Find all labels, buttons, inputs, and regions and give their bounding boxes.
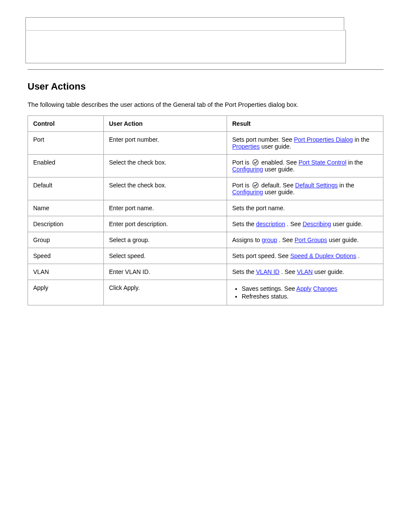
top-table-stack — [25, 17, 383, 63]
cell-result: Sets port speed. See Speed & Duplex Opti… — [227, 248, 383, 264]
cell-control: VLAN — [28, 264, 104, 280]
result-text: in the — [339, 182, 354, 189]
result-text: Sets port speed. See — [232, 252, 290, 259]
cell-result: Sets the description . See Describing us… — [227, 216, 383, 232]
table-header-row: Control User Action Result — [28, 115, 383, 131]
result-text: Assigns to — [232, 236, 262, 243]
check-circle-icon — [252, 159, 259, 166]
table-row: Description Enter port description. Sets… — [28, 216, 383, 232]
result-link[interactable]: description — [256, 221, 285, 227]
result-link[interactable]: Apply — [296, 285, 311, 292]
result-link[interactable]: Port State Control — [299, 159, 346, 166]
top-table-upper — [25, 17, 344, 31]
cell-result: Port is default. See Default Settings in… — [227, 177, 383, 200]
result-link[interactable]: Configuring — [232, 166, 263, 173]
table-row: Name Enter port name. Sets the port name… — [28, 200, 383, 216]
table-row: Enabled Select the check box. Port is en… — [28, 154, 383, 177]
result-text: . See — [287, 221, 303, 227]
result-link[interactable]: VLAN — [297, 268, 313, 275]
list-item: Refreshes status. — [242, 293, 378, 300]
cell-result: Sets port number. See Port Properties Di… — [227, 131, 383, 154]
result-text: user guide. — [329, 236, 358, 243]
result-link[interactable]: Changes — [313, 285, 337, 292]
col-result: Result — [227, 115, 383, 131]
result-text: user guide. — [262, 143, 291, 150]
table-row: Apply Click Apply. Saves settings. See A… — [28, 280, 383, 305]
result-list: Saves settings. See Apply Changes Refres… — [232, 285, 378, 300]
list-item: Saves settings. See Apply Changes — [242, 285, 378, 292]
cell-result: Assigns to group . See Port Groups user … — [227, 232, 383, 248]
cell-action: Enter port name. — [104, 200, 227, 216]
cell-action: Enter port description. — [104, 216, 227, 232]
result-text: user guide. — [265, 189, 295, 196]
actions-table: Control User Action Result Port Enter po… — [28, 115, 383, 305]
result-text: Port is — [232, 182, 251, 189]
cell-control: Default — [28, 177, 104, 200]
result-text: Sets the port name. — [232, 205, 285, 212]
top-table-lower — [25, 30, 346, 63]
result-link[interactable]: Default Settings — [295, 182, 338, 189]
col-control: Control — [28, 115, 104, 131]
cell-result: Sets the port name. — [227, 200, 383, 216]
table-row: Group Select a group. Assigns to group .… — [28, 232, 383, 248]
cell-control: Group — [28, 232, 104, 248]
section-divider — [28, 69, 383, 70]
cell-control: Port — [28, 131, 104, 154]
check-circle-icon — [252, 182, 259, 189]
cell-control: Name — [28, 200, 104, 216]
result-text: user guide. — [265, 166, 295, 173]
result-link[interactable]: Describing — [302, 221, 331, 227]
table-row: Port Enter port number. Sets port number… — [28, 131, 383, 154]
result-text: Refreshes status. — [242, 293, 289, 300]
result-link[interactable]: Port Groups — [295, 236, 327, 243]
cell-control: Apply — [28, 280, 104, 305]
result-text: Sets the — [232, 268, 256, 275]
result-link[interactable]: Port Properties Dialog — [294, 136, 353, 143]
col-action: User Action — [104, 115, 227, 131]
result-text: . See — [281, 268, 297, 275]
cell-control: Description — [28, 216, 104, 232]
result-link[interactable]: Configuring — [232, 189, 263, 196]
result-text: Sets port number. See — [232, 136, 294, 143]
cell-result: Saves settings. See Apply Changes Refres… — [227, 280, 383, 305]
cell-action: Select the check box. — [104, 177, 227, 200]
cell-control: Speed — [28, 248, 104, 264]
cell-action: Enter VLAN ID. — [104, 264, 227, 280]
result-text: . — [358, 252, 360, 259]
result-link[interactable]: group — [262, 236, 277, 243]
result-link[interactable]: Properties — [232, 143, 260, 150]
result-text: user guide. — [333, 221, 362, 227]
cell-action: Click Apply. — [104, 280, 227, 305]
result-text: in the — [348, 159, 363, 166]
cell-result: Sets the VLAN ID . See VLAN user guide. — [227, 264, 383, 280]
result-text: Saves settings. See — [242, 285, 296, 292]
cell-action: Select speed. — [104, 248, 227, 264]
result-text: Port is — [232, 159, 251, 166]
cell-result: Port is enabled. See Port State Control … — [227, 154, 383, 177]
cell-control: Enabled — [28, 154, 104, 177]
table-row: VLAN Enter VLAN ID. Sets the VLAN ID . S… — [28, 264, 383, 280]
result-text: . See — [279, 236, 295, 243]
section-heading: User Actions — [28, 81, 383, 92]
result-text: Sets the — [232, 221, 256, 227]
result-text: user guide. — [314, 268, 344, 275]
cell-action: Enter port number. — [104, 131, 227, 154]
table-row: Default Select the check box. Port is de… — [28, 177, 383, 200]
result-text: enabled. See — [261, 159, 298, 166]
cell-action: Select the check box. — [104, 154, 227, 177]
cell-action: Select a group. — [104, 232, 227, 248]
section-intro: The following table describes the user a… — [28, 101, 383, 109]
result-text: in the — [355, 136, 369, 143]
result-link[interactable]: VLAN ID — [256, 268, 279, 275]
table-row: Speed Select speed. Sets port speed. See… — [28, 248, 383, 264]
result-link[interactable]: Speed & Duplex Options — [290, 252, 356, 259]
result-text: default. See — [261, 182, 295, 189]
